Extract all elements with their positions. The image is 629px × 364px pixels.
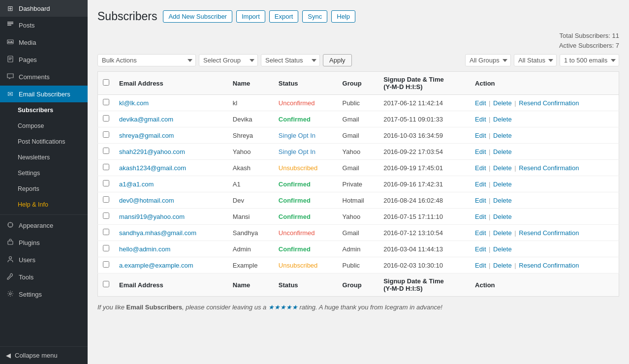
sidebar-item-email-subscribers[interactable]: ✉ Email Subscribers <box>0 86 88 102</box>
email-link[interactable]: sandhya.mhas@gmail.com <box>119 229 196 237</box>
row-checkbox-cell <box>98 225 115 241</box>
action-link-edit[interactable]: Edit <box>475 99 486 107</box>
sidebar-item-pages[interactable]: Pages <box>0 51 88 68</box>
row-checkbox[interactable] <box>103 164 109 170</box>
pages-icon <box>6 56 15 64</box>
sidebar-item-settings[interactable]: Settings <box>0 286 88 303</box>
row-email: sandhya.mhas@gmail.com <box>114 225 228 241</box>
sidebar-sub-compose[interactable]: Compose <box>0 118 88 134</box>
action-link-delete[interactable]: Delete <box>493 132 512 139</box>
sync-button[interactable]: Sync <box>302 10 327 23</box>
action-link-edit[interactable]: Edit <box>475 148 486 155</box>
emails-range-select[interactable]: 1 to 500 emails <box>560 54 619 66</box>
import-button[interactable]: Import <box>236 10 265 23</box>
sidebar-item-posts[interactable]: Posts <box>0 17 88 34</box>
sidebar-sub-post-notifications[interactable]: Post Notifications <box>0 134 88 150</box>
action-link-edit[interactable]: Edit <box>475 197 486 204</box>
compose-sub-label: Compose <box>18 122 44 129</box>
select-all-footer-checkbox[interactable] <box>103 281 109 287</box>
action-link-delete[interactable]: Delete <box>493 229 512 237</box>
status-badge: Unconfirmed <box>279 99 315 107</box>
bulk-actions-select[interactable]: Bulk Actions <box>97 54 196 66</box>
email-link[interactable]: akash1234@gmail.com <box>119 164 186 172</box>
action-link-edit[interactable]: Edit <box>475 262 486 269</box>
action-link-delete[interactable]: Delete <box>493 116 512 123</box>
row-checkbox[interactable] <box>103 229 109 235</box>
row-actions: Edit | Delete | Resend Confirmation <box>470 225 619 241</box>
sidebar-sub-settings[interactable]: Settings <box>0 165 88 181</box>
action-link-edit[interactable]: Edit <box>475 116 486 123</box>
footer-stars-link[interactable]: ★★★★★ <box>268 303 298 311</box>
action-link-delete[interactable]: Delete <box>493 99 512 107</box>
email-link[interactable]: kl@lk.com <box>119 99 149 107</box>
action-link-delete[interactable]: Delete <box>493 245 512 253</box>
help-info-sub-label: Help & Info <box>18 201 48 208</box>
email-link[interactable]: mansi919@yahoo.com <box>119 213 185 220</box>
row-checkbox[interactable] <box>103 212 109 219</box>
help-button[interactable]: Help <box>331 10 355 23</box>
all-groups-select[interactable]: All Groups <box>465 54 511 66</box>
export-button[interactable]: Export <box>269 10 299 23</box>
all-status-select[interactable]: All Status <box>514 54 557 66</box>
apply-button[interactable]: Apply <box>323 54 352 66</box>
row-checkbox[interactable] <box>103 148 109 154</box>
svg-rect-2 <box>7 25 11 26</box>
svg-rect-10 <box>8 241 13 244</box>
sidebar-label-comments: Comments <box>19 73 50 81</box>
action-link-edit[interactable]: Edit <box>475 132 486 139</box>
action-link-delete[interactable]: Delete <box>493 148 512 155</box>
row-email: akash1234@gmail.com <box>114 160 228 176</box>
action-link-edit[interactable]: Edit <box>475 213 486 220</box>
action-link-edit[interactable]: Edit <box>475 229 486 237</box>
row-checkbox[interactable] <box>103 115 109 121</box>
action-link-edit[interactable]: Edit <box>475 181 486 188</box>
row-checkbox[interactable] <box>103 245 109 251</box>
svg-rect-8 <box>9 60 11 60</box>
email-link[interactable]: a.example@example.com <box>119 262 193 269</box>
row-checkbox-cell <box>98 111 115 127</box>
action-link-edit[interactable]: Edit <box>475 245 486 253</box>
row-checkbox[interactable] <box>103 196 109 203</box>
sidebar-sub-subscribers[interactable]: Subscribers <box>0 102 88 118</box>
email-link[interactable]: a1@a1.com <box>119 181 154 188</box>
row-checkbox[interactable] <box>103 261 109 268</box>
action-link-delete[interactable]: Delete <box>493 197 512 204</box>
action-link-delete[interactable]: Delete <box>493 164 512 172</box>
sidebar-sub-newsletters[interactable]: Newsletters <box>0 150 88 165</box>
sidebar-item-media[interactable]: Media <box>0 34 88 51</box>
sidebar-item-tools[interactable]: Tools <box>0 269 88 286</box>
posts-icon <box>6 21 15 30</box>
action-link-delete[interactable]: Delete <box>493 262 512 269</box>
action-link-resend-confirmation[interactable]: Resend Confirmation <box>519 164 579 172</box>
row-checkbox[interactable] <box>103 131 109 138</box>
settings-icon <box>6 290 15 299</box>
action-link-edit[interactable]: Edit <box>475 164 486 172</box>
email-link[interactable]: shreya@gmail.com <box>119 132 174 139</box>
action-separator: | <box>513 99 518 107</box>
sidebar-item-appearance[interactable]: Appearance <box>0 217 88 234</box>
select-all-checkbox[interactable] <box>103 79 109 86</box>
row-name: kl <box>228 95 274 111</box>
email-link[interactable]: dev0@hotmail.com <box>119 197 174 204</box>
select-group-select[interactable]: Select Group <box>199 54 258 66</box>
action-link-delete[interactable]: Delete <box>493 213 512 220</box>
sidebar-item-plugins[interactable]: Plugins <box>0 234 88 251</box>
action-link-delete[interactable]: Delete <box>493 181 512 188</box>
email-link[interactable]: shah2291@yahoo.com <box>119 148 185 155</box>
sidebar-item-comments[interactable]: Comments <box>0 68 88 86</box>
row-checkbox[interactable] <box>103 99 109 105</box>
sidebar-sub-reports[interactable]: Reports <box>0 181 88 197</box>
action-link-resend-confirmation[interactable]: Resend Confirmation <box>519 229 579 237</box>
sidebar-item-dashboard[interactable]: ⊞ Dashboard <box>0 0 88 17</box>
collapse-menu-button[interactable]: ◀ Collapse menu <box>0 346 88 364</box>
action-link-resend-confirmation[interactable]: Resend Confirmation <box>519 99 579 107</box>
sidebar-sub-help-info[interactable]: Help & Info <box>0 197 88 212</box>
add-new-subscriber-button[interactable]: Add New Subscriber <box>163 10 232 23</box>
sidebar-item-users[interactable]: Users <box>0 251 88 269</box>
select-status-select[interactable]: Select Status <box>261 54 320 66</box>
email-link[interactable]: hello@admin.com <box>119 245 170 253</box>
row-name: Yahoo <box>228 144 274 160</box>
action-link-resend-confirmation[interactable]: Resend Confirmation <box>519 262 579 269</box>
email-link[interactable]: devika@gmail.com <box>119 116 173 123</box>
row-checkbox[interactable] <box>103 180 109 186</box>
